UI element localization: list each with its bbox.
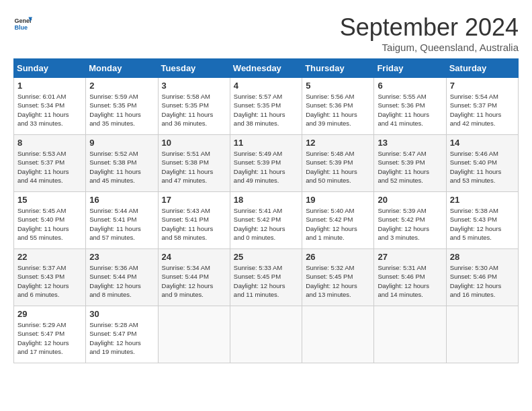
day-cell-27: 27Sunrise: 5:31 AMSunset: 5:46 PMDayligh…: [374, 249, 446, 306]
location-subtitle: Taigum, Queensland, Australia: [340, 42, 519, 53]
day-cell-1: 1Sunrise: 6:01 AMSunset: 5:34 PMDaylight…: [14, 78, 86, 135]
week-row-1: 1Sunrise: 6:01 AMSunset: 5:34 PMDaylight…: [14, 78, 519, 135]
day-cell-25: 25Sunrise: 5:33 AMSunset: 5:45 PMDayligh…: [230, 249, 302, 306]
week-row-3: 15Sunrise: 5:45 AMSunset: 5:40 PMDayligh…: [14, 192, 519, 249]
day-cell-23: 23Sunrise: 5:36 AMSunset: 5:44 PMDayligh…: [86, 249, 158, 306]
header-cell-tuesday: Tuesday: [158, 59, 230, 78]
day-cell-4: 4Sunrise: 5:57 AMSunset: 5:35 PMDaylight…: [230, 78, 302, 135]
day-cell-14: 14Sunrise: 5:46 AMSunset: 5:40 PMDayligh…: [446, 135, 518, 192]
day-cell-3: 3Sunrise: 5:58 AMSunset: 5:35 PMDaylight…: [158, 78, 230, 135]
day-cell-13: 13Sunrise: 5:47 AMSunset: 5:39 PMDayligh…: [374, 135, 446, 192]
day-cell-29: 29Sunrise: 5:29 AMSunset: 5:47 PMDayligh…: [14, 306, 86, 363]
month-title: September 2024: [340, 13, 519, 42]
day-cell-20: 20Sunrise: 5:39 AMSunset: 5:42 PMDayligh…: [374, 192, 446, 249]
day-cell-21: 21Sunrise: 5:38 AMSunset: 5:43 PMDayligh…: [446, 192, 518, 249]
calendar-table: SundayMondayTuesdayWednesdayThursdayFrid…: [13, 58, 519, 363]
title-block: September 2024 Taigum, Queensland, Austr…: [340, 13, 519, 53]
week-row-2: 8Sunrise: 5:53 AMSunset: 5:37 PMDaylight…: [14, 135, 519, 192]
day-cell-empty-4-6: [446, 306, 518, 363]
day-cell-12: 12Sunrise: 5:48 AMSunset: 5:39 PMDayligh…: [302, 135, 374, 192]
day-cell-6: 6Sunrise: 5:55 AMSunset: 5:36 PMDaylight…: [374, 78, 446, 135]
logo: General Blue: [13, 13, 32, 32]
day-cell-7: 7Sunrise: 5:54 AMSunset: 5:37 PMDaylight…: [446, 78, 518, 135]
header-cell-saturday: Saturday: [446, 59, 518, 78]
day-cell-9: 9Sunrise: 5:52 AMSunset: 5:38 PMDaylight…: [86, 135, 158, 192]
day-cell-empty-4-3: [230, 306, 302, 363]
day-cell-24: 24Sunrise: 5:34 AMSunset: 5:44 PMDayligh…: [158, 249, 230, 306]
day-cell-5: 5Sunrise: 5:56 AMSunset: 5:36 PMDaylight…: [302, 78, 374, 135]
day-cell-22: 22Sunrise: 5:37 AMSunset: 5:43 PMDayligh…: [14, 249, 86, 306]
day-cell-19: 19Sunrise: 5:40 AMSunset: 5:42 PMDayligh…: [302, 192, 374, 249]
day-cell-15: 15Sunrise: 5:45 AMSunset: 5:40 PMDayligh…: [14, 192, 86, 249]
day-cell-2: 2Sunrise: 5:59 AMSunset: 5:35 PMDaylight…: [86, 78, 158, 135]
week-row-4: 22Sunrise: 5:37 AMSunset: 5:43 PMDayligh…: [14, 249, 519, 306]
header-cell-sunday: Sunday: [14, 59, 86, 78]
day-cell-26: 26Sunrise: 5:32 AMSunset: 5:45 PMDayligh…: [302, 249, 374, 306]
header-cell-wednesday: Wednesday: [230, 59, 302, 78]
day-cell-empty-4-2: [158, 306, 230, 363]
day-cell-18: 18Sunrise: 5:41 AMSunset: 5:42 PMDayligh…: [230, 192, 302, 249]
day-cell-28: 28Sunrise: 5:30 AMSunset: 5:46 PMDayligh…: [446, 249, 518, 306]
logo-icon: General Blue: [13, 13, 32, 32]
day-cell-30: 30Sunrise: 5:28 AMSunset: 5:47 PMDayligh…: [86, 306, 158, 363]
week-row-5: 29Sunrise: 5:29 AMSunset: 5:47 PMDayligh…: [14, 306, 519, 363]
header-row: SundayMondayTuesdayWednesdayThursdayFrid…: [14, 59, 519, 78]
day-cell-8: 8Sunrise: 5:53 AMSunset: 5:37 PMDaylight…: [14, 135, 86, 192]
header-cell-monday: Monday: [86, 59, 158, 78]
header-cell-thursday: Thursday: [302, 59, 374, 78]
day-cell-10: 10Sunrise: 5:51 AMSunset: 5:38 PMDayligh…: [158, 135, 230, 192]
day-cell-17: 17Sunrise: 5:43 AMSunset: 5:41 PMDayligh…: [158, 192, 230, 249]
day-cell-11: 11Sunrise: 5:49 AMSunset: 5:39 PMDayligh…: [230, 135, 302, 192]
header-cell-friday: Friday: [374, 59, 446, 78]
page-header: General Blue September 2024 Taigum, Quee…: [13, 13, 519, 53]
day-cell-16: 16Sunrise: 5:44 AMSunset: 5:41 PMDayligh…: [86, 192, 158, 249]
day-cell-empty-4-5: [374, 306, 446, 363]
svg-text:Blue: Blue: [14, 24, 28, 31]
day-cell-empty-4-4: [302, 306, 374, 363]
